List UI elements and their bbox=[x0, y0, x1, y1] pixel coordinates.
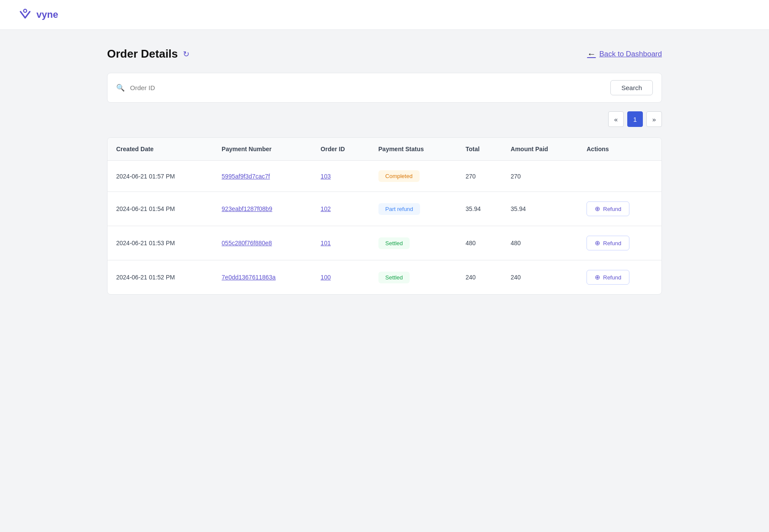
page-header: Order Details ↻ ← Back to Dashboard bbox=[107, 47, 662, 61]
main-content: Order Details ↻ ← Back to Dashboard 🔍 Se… bbox=[81, 30, 688, 312]
cell-actions: ⊕Refund bbox=[578, 260, 661, 295]
col-total: Total bbox=[457, 138, 502, 161]
cell-payment-number: 7e0dd1367611863a bbox=[213, 260, 312, 295]
cell-actions bbox=[578, 161, 661, 192]
refund-plus-icon: ⊕ bbox=[595, 239, 600, 247]
orders-table-wrapper: Created Date Payment Number Order ID Pay… bbox=[107, 137, 662, 295]
cell-created-date: 2024-06-21 01:54 PM bbox=[108, 192, 213, 226]
top-bar: vyne bbox=[0, 0, 769, 30]
cell-payment-number: 923eabf1287f08b9 bbox=[213, 192, 312, 226]
cell-total: 270 bbox=[457, 161, 502, 192]
current-page-button[interactable]: 1 bbox=[627, 111, 643, 127]
page-title: Order Details bbox=[107, 47, 178, 61]
status-badge: Settled bbox=[378, 272, 410, 283]
logo: vyne bbox=[17, 7, 752, 23]
cell-order-id: 100 bbox=[312, 260, 370, 295]
cell-order-id: 103 bbox=[312, 161, 370, 192]
table-row: 2024-06-21 01:57 PM 5995af9f3d7cac7f 103… bbox=[108, 161, 661, 192]
order-id-link[interactable]: 100 bbox=[321, 274, 331, 281]
search-input[interactable] bbox=[130, 84, 605, 91]
cell-payment-status: Part refund bbox=[370, 192, 457, 226]
status-badge: Settled bbox=[378, 237, 410, 249]
cell-amount-paid: 270 bbox=[502, 161, 578, 192]
cell-amount-paid: 35.94 bbox=[502, 192, 578, 226]
col-amount-paid: Amount Paid bbox=[502, 138, 578, 161]
col-payment-status: Payment Status bbox=[370, 138, 457, 161]
order-id-link[interactable]: 103 bbox=[321, 173, 331, 180]
cell-actions: ⊕Refund bbox=[578, 226, 661, 260]
order-id-link[interactable]: 101 bbox=[321, 240, 331, 247]
cell-payment-status: Settled bbox=[370, 260, 457, 295]
search-bar-container: 🔍 Search bbox=[107, 73, 662, 103]
cell-payment-status: Completed bbox=[370, 161, 457, 192]
refund-plus-icon: ⊕ bbox=[595, 273, 600, 281]
back-to-dashboard-label: Back to Dashboard bbox=[599, 50, 662, 58]
refund-button[interactable]: ⊕Refund bbox=[587, 236, 629, 250]
payment-number-link[interactable]: 923eabf1287f08b9 bbox=[222, 205, 272, 212]
payment-number-link[interactable]: 7e0dd1367611863a bbox=[222, 274, 276, 281]
cell-created-date: 2024-06-21 01:53 PM bbox=[108, 226, 213, 260]
table-row: 2024-06-21 01:52 PM 7e0dd1367611863a 100… bbox=[108, 260, 661, 295]
back-arrow-icon: ← bbox=[587, 49, 596, 59]
cell-amount-paid: 480 bbox=[502, 226, 578, 260]
col-actions: Actions bbox=[578, 138, 661, 161]
cell-order-id: 102 bbox=[312, 192, 370, 226]
table-row: 2024-06-21 01:54 PM 923eabf1287f08b9 102… bbox=[108, 192, 661, 226]
payment-number-link[interactable]: 055c280f76f880e8 bbox=[222, 240, 272, 247]
cell-total: 480 bbox=[457, 226, 502, 260]
cell-total: 240 bbox=[457, 260, 502, 295]
orders-table: Created Date Payment Number Order ID Pay… bbox=[108, 138, 661, 294]
refund-button[interactable]: ⊕Refund bbox=[587, 270, 629, 285]
table-header-row: Created Date Payment Number Order ID Pay… bbox=[108, 138, 661, 161]
col-payment-number: Payment Number bbox=[213, 138, 312, 161]
status-badge: Completed bbox=[378, 170, 420, 182]
status-badge: Part refund bbox=[378, 203, 420, 215]
page-title-area: Order Details ↻ bbox=[107, 47, 189, 61]
cell-order-id: 101 bbox=[312, 226, 370, 260]
cell-created-date: 2024-06-21 01:57 PM bbox=[108, 161, 213, 192]
cell-total: 35.94 bbox=[457, 192, 502, 226]
cell-payment-number: 5995af9f3d7cac7f bbox=[213, 161, 312, 192]
refresh-icon[interactable]: ↻ bbox=[183, 49, 189, 59]
cell-amount-paid: 240 bbox=[502, 260, 578, 295]
order-id-link[interactable]: 102 bbox=[321, 205, 331, 212]
col-created-date: Created Date bbox=[108, 138, 213, 161]
search-icon: 🔍 bbox=[116, 84, 125, 92]
cell-actions: ⊕Refund bbox=[578, 192, 661, 226]
logo-text: vyne bbox=[36, 9, 58, 20]
refund-button[interactable]: ⊕Refund bbox=[587, 201, 629, 216]
cell-payment-status: Settled bbox=[370, 226, 457, 260]
prev-page-button[interactable]: « bbox=[608, 111, 624, 127]
refund-plus-icon: ⊕ bbox=[595, 205, 600, 213]
col-order-id: Order ID bbox=[312, 138, 370, 161]
svg-point-0 bbox=[23, 9, 26, 12]
back-to-dashboard-link[interactable]: ← Back to Dashboard bbox=[587, 49, 662, 59]
pagination: « 1 » bbox=[107, 111, 662, 127]
table-row: 2024-06-21 01:53 PM 055c280f76f880e8 101… bbox=[108, 226, 661, 260]
cell-created-date: 2024-06-21 01:52 PM bbox=[108, 260, 213, 295]
cell-payment-number: 055c280f76f880e8 bbox=[213, 226, 312, 260]
logo-icon bbox=[17, 7, 33, 23]
search-button[interactable]: Search bbox=[610, 80, 653, 95]
next-page-button[interactable]: » bbox=[646, 111, 662, 127]
payment-number-link[interactable]: 5995af9f3d7cac7f bbox=[222, 173, 270, 180]
